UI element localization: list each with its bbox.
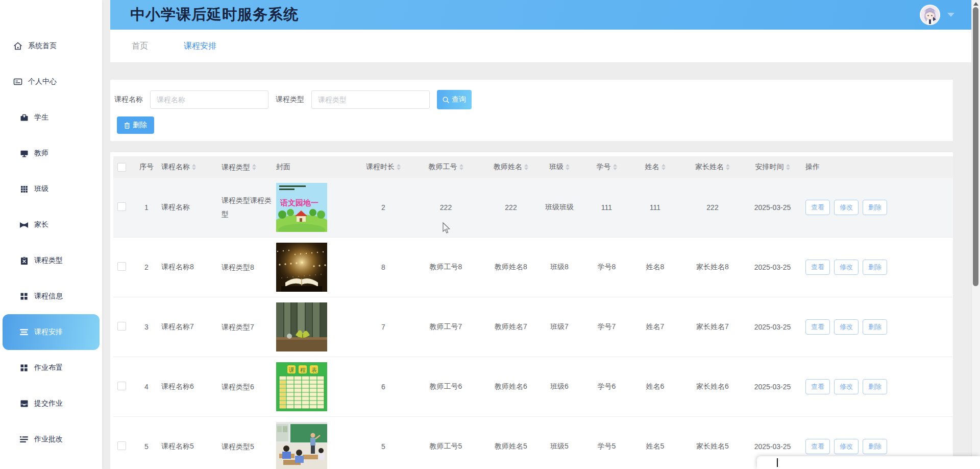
cell-time: 2025-03-25 <box>746 263 799 271</box>
view-row-button[interactable]: 查看 <box>805 319 830 335</box>
sidebar-item-label: 学生 <box>34 113 48 122</box>
cell-teacher_name: 222 <box>485 203 536 212</box>
cover-cell <box>275 422 360 469</box>
column-header-1: 序号 <box>137 162 156 172</box>
view-row-button[interactable]: 查看 <box>805 439 830 454</box>
view-row-button[interactable]: 查看 <box>805 260 830 275</box>
row-checkbox[interactable] <box>117 202 126 211</box>
cell-teacher_no: 222 <box>406 203 485 212</box>
delete-row-button[interactable]: 删除 <box>863 260 887 275</box>
column-header-8: 班级 <box>536 162 582 172</box>
column-header-6: 教师工号 <box>406 162 485 172</box>
sidebar-item-0[interactable]: 系统首页 <box>0 28 102 64</box>
cell-duration: 6 <box>360 383 406 391</box>
actions-cell: 查看修改删除 <box>799 200 953 215</box>
delete-selected-button[interactable]: 删除 <box>117 116 154 134</box>
edit-row-button[interactable]: 修改 <box>834 260 859 275</box>
actions-cell: 查看修改删除 <box>799 379 953 394</box>
view-row-button[interactable]: 查看 <box>805 200 830 215</box>
sort-icon[interactable] <box>192 164 196 170</box>
sort-icon[interactable] <box>786 164 790 170</box>
row-checkbox[interactable] <box>117 322 126 331</box>
sort-icon[interactable] <box>252 164 256 170</box>
cell-index: 5 <box>137 442 156 451</box>
cell-duration: 2 <box>360 203 406 212</box>
cell-parent_name: 家长姓名7 <box>679 322 746 332</box>
cell-type: 课程类型6 <box>222 380 275 394</box>
svg-text:课: 课 <box>288 367 295 373</box>
list-icon <box>19 327 29 337</box>
sidebar-item-6[interactable]: 课程类型 <box>0 243 102 278</box>
sidebar-item-1[interactable]: 个人中心 <box>0 64 102 100</box>
scrollbar-thumb[interactable] <box>973 7 978 286</box>
header-user-area <box>920 5 954 25</box>
delete-row-button[interactable]: 删除 <box>863 439 887 454</box>
sidebar-item-label: 作业布置 <box>34 363 63 372</box>
column-header-12: 安排时间 <box>746 162 799 172</box>
sidebar-item-8[interactable]: 课程安排 <box>3 314 100 350</box>
delete-row-button[interactable]: 删除 <box>863 319 887 335</box>
sidebar-item-2[interactable]: 学生 <box>0 100 102 135</box>
delete-row-button[interactable]: 删除 <box>863 379 887 394</box>
row-checkbox[interactable] <box>117 262 126 271</box>
edit-row-button[interactable]: 修改 <box>834 200 859 215</box>
edit-row-button[interactable]: 修改 <box>834 439 859 454</box>
sort-icon[interactable] <box>662 164 666 170</box>
cell-clazz: 班级6 <box>536 382 582 391</box>
sort-icon[interactable] <box>397 164 401 170</box>
query-button[interactable]: 查询 <box>437 90 472 109</box>
svg-text:程: 程 <box>300 367 306 373</box>
sidebar-item-label: 作业批改 <box>34 435 63 444</box>
view-row-button[interactable]: 查看 <box>805 379 830 394</box>
grid-icon <box>19 184 29 194</box>
sidebar-menu: 系统首页 个人中心 学生 教师 班级 家长 课程类型 课程信息 课程安排 作业布… <box>0 0 102 457</box>
sort-icon[interactable] <box>566 164 570 170</box>
tab-course-schedule[interactable]: 课程安排 <box>184 41 216 52</box>
column-header-2: 课程名称 <box>156 162 222 172</box>
cell-name: 课程名称 <box>156 203 222 212</box>
column-header-13: 操作 <box>799 162 953 172</box>
cell-student_name: 姓名7 <box>631 322 679 332</box>
row-checkbox[interactable] <box>117 382 126 390</box>
course-cover-image: 课 程 表 <box>276 362 327 411</box>
tab-bar: 首页 课程安排 <box>110 30 972 63</box>
cell-index: 1 <box>137 203 156 212</box>
select-all-checkbox[interactable] <box>117 163 126 172</box>
course-type-input[interactable] <box>311 90 430 109</box>
chevron-down-icon[interactable] <box>947 13 954 17</box>
sidebar-item-5[interactable]: 家长 <box>0 207 102 243</box>
page-scrollbar[interactable] <box>971 0 980 469</box>
sidebar-item-4[interactable]: 班级 <box>0 171 102 207</box>
sort-icon[interactable] <box>726 164 730 170</box>
column-header-7: 教师姓名 <box>485 162 536 172</box>
cell-teacher_name: 教师姓名5 <box>485 442 536 451</box>
sidebar-item-9[interactable]: 作业布置 <box>0 350 102 386</box>
tab-home[interactable]: 首页 <box>132 41 148 52</box>
user-avatar[interactable] <box>920 5 940 25</box>
cell-name: 课程名称5 <box>156 442 222 451</box>
sort-icon[interactable] <box>459 164 463 170</box>
delete-row-button[interactable]: 删除 <box>863 200 887 215</box>
cell-duration: 5 <box>360 442 406 451</box>
row-checkbox[interactable] <box>117 441 126 450</box>
course-name-input[interactable] <box>150 90 268 109</box>
main-area: 中小学课后延时服务系统 首页 课程安排 <box>110 0 972 469</box>
cell-index: 4 <box>137 383 156 391</box>
cell-student_name: 姓名6 <box>631 382 679 391</box>
cell-type: 课程类型7 <box>222 320 275 334</box>
sort-icon[interactable] <box>613 164 617 170</box>
sidebar-item-label: 教师 <box>34 149 48 158</box>
cell-time: 2025-03-25 <box>746 442 799 451</box>
scroll-up-arrow-icon[interactable] <box>973 2 978 6</box>
avatar-image <box>921 6 939 24</box>
column-header-label: 课程类型 <box>222 160 250 174</box>
sidebar-item-3[interactable]: 教师 <box>0 135 102 171</box>
sidebar-item-11[interactable]: 作业批改 <box>0 421 102 457</box>
row-checkbox-cell <box>113 262 137 272</box>
edit-row-button[interactable]: 修改 <box>834 319 859 335</box>
sidebar-item-7[interactable]: 课程信息 <box>0 278 102 314</box>
sort-icon[interactable] <box>524 164 528 170</box>
edit-row-button[interactable]: 修改 <box>834 379 859 394</box>
sidebar-item-10[interactable]: 提交作业 <box>0 386 102 421</box>
sidebar-item-label: 课程信息 <box>34 292 63 301</box>
